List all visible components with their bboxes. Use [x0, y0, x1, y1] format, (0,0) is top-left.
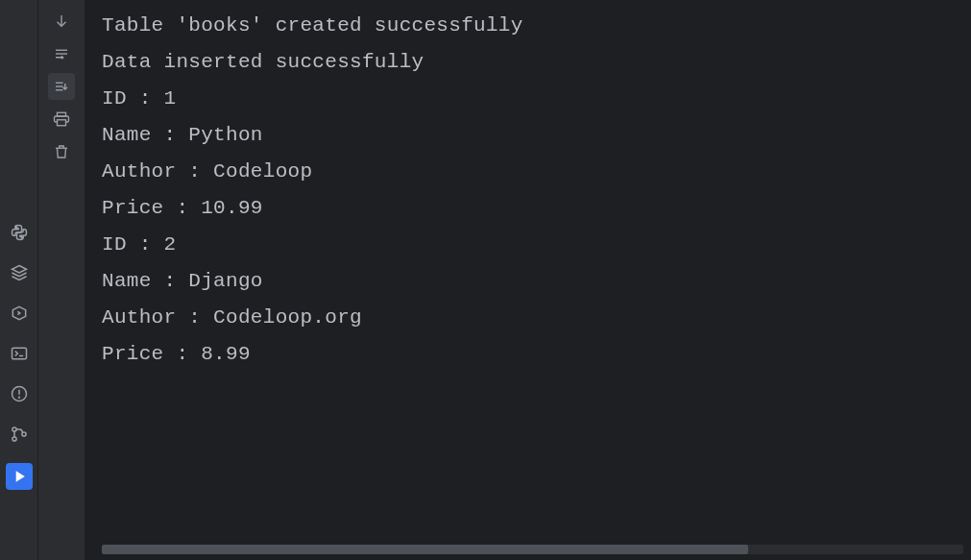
- svg-point-10: [21, 432, 25, 436]
- print-icon[interactable]: [48, 106, 75, 133]
- git-icon[interactable]: [8, 423, 31, 446]
- svg-point-1: [21, 237, 22, 238]
- soft-wrap-icon[interactable]: [48, 40, 75, 67]
- scroll-to-end-icon[interactable]: [48, 73, 75, 100]
- console-line: Table 'books' created successfully: [102, 8, 954, 44]
- services-icon[interactable]: [8, 302, 31, 325]
- svg-marker-11: [15, 471, 24, 482]
- svg-rect-19: [58, 120, 66, 126]
- console-line: Data inserted successfully: [102, 44, 954, 81]
- svg-point-0: [15, 227, 16, 228]
- scrollbar-thumb[interactable]: [102, 545, 748, 554]
- svg-point-7: [18, 397, 19, 398]
- console-line: Author : Codeloop: [102, 154, 954, 190]
- terminal-icon[interactable]: [8, 342, 31, 365]
- console-line: Price : 8.99: [102, 336, 954, 373]
- tool-window-bar: [0, 0, 38, 560]
- python-console-icon[interactable]: [8, 221, 31, 244]
- problems-icon[interactable]: [8, 382, 31, 405]
- console-output[interactable]: Table 'books' created successfully Data …: [85, 0, 971, 560]
- clear-icon[interactable]: [48, 138, 75, 165]
- run-icon[interactable]: [6, 463, 33, 490]
- console-line: Name : Django: [102, 263, 954, 300]
- console-line: Author : Codeloop.org: [102, 300, 954, 336]
- console-line: ID : 2: [102, 227, 954, 263]
- svg-point-9: [12, 437, 15, 441]
- console-line: ID : 1: [102, 81, 954, 117]
- horizontal-scrollbar[interactable]: [102, 545, 963, 554]
- svg-rect-3: [12, 348, 26, 359]
- console-line: Name : Python: [102, 117, 954, 154]
- stack-icon[interactable]: [8, 261, 31, 284]
- console-toolbar: [38, 0, 85, 560]
- console-line: Price : 10.99: [102, 190, 954, 227]
- svg-point-8: [12, 427, 15, 431]
- arrow-down-icon[interactable]: [48, 8, 75, 35]
